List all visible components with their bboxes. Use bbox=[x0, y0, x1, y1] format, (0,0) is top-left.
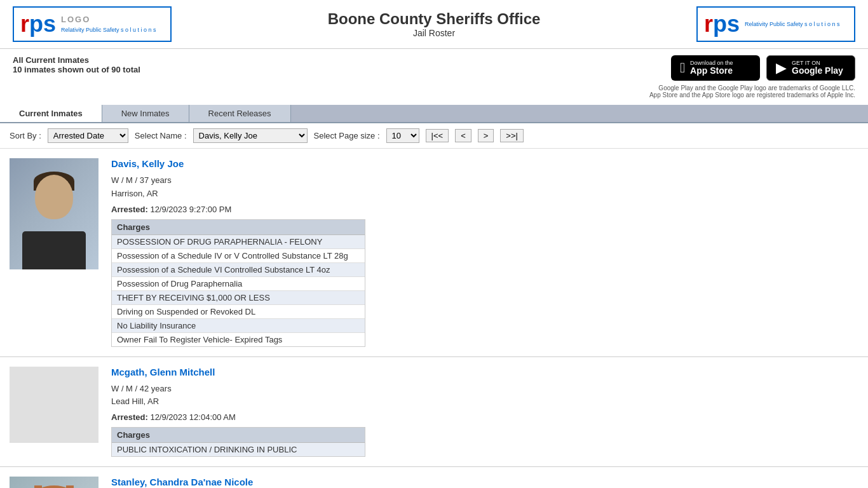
apple-icon:  bbox=[680, 60, 685, 76]
table-row: Davis, Kelly Joe W / M / 37 yearsHarriso… bbox=[0, 149, 868, 357]
inmate-count: 10 inmates shown out of 90 total bbox=[13, 65, 140, 74]
app-badges-block:  Download on the App Store ▶ GET IT ON … bbox=[649, 55, 855, 98]
logo-subtitle-left: LOGO Relativity Public Safety s o l u t … bbox=[61, 15, 156, 34]
charge-row: Possession of a Schedule IV or V Control… bbox=[112, 249, 365, 263]
table-row: Mcgath, Glenn Mitchell W / M / 42 yearsL… bbox=[0, 357, 868, 468]
last-page-button[interactable]: >>| bbox=[500, 129, 524, 142]
page-size-label: Select Page size : bbox=[314, 131, 380, 140]
header-title-block: Boone County Sheriffs Office Jail Roster bbox=[328, 10, 541, 38]
tab-current-inmates[interactable]: Current Inmates bbox=[0, 105, 102, 122]
sort-by-label: Sort By : bbox=[10, 131, 41, 140]
page-title: Boone County Sheriffs Office bbox=[328, 10, 541, 28]
charge-row: Possession of Drug Paraphernalia bbox=[112, 277, 365, 291]
app-store-badge[interactable]:  Download on the App Store bbox=[671, 55, 760, 81]
table-row: Stanley, Chandra Da'nae Nicole W / F / 3… bbox=[0, 467, 868, 488]
logo-right: rps Relativity Public Safety s o l u t i… bbox=[696, 6, 855, 42]
inmate-demographics: W / M / 42 yearsLead Hill, AR bbox=[111, 383, 858, 409]
logo-rps-text-right: rps bbox=[704, 11, 740, 37]
charges-table: Charges PUBLIC INTOXICATION / DRINKING I… bbox=[111, 427, 365, 457]
tab-new-inmates[interactable]: New Inmates bbox=[102, 105, 189, 122]
charge-row: Owner Fail To Register Vehicle- Expired … bbox=[112, 333, 365, 346]
page-size-select[interactable]: 10 25 50 100 bbox=[386, 128, 419, 143]
tab-recent-releases[interactable]: Recent Releases bbox=[189, 105, 291, 122]
badge-row:  Download on the App Store ▶ GET IT ON … bbox=[671, 55, 855, 81]
charge-row: Possession of a Schedule VI Controlled S… bbox=[112, 263, 365, 277]
inmate-name[interactable]: Davis, Kelly Joe bbox=[111, 158, 858, 169]
charge-row: No Liability Insurance bbox=[112, 319, 365, 333]
google-play-text: GET IT ON Google Play bbox=[792, 60, 843, 76]
inmate-list: Davis, Kelly Joe W / M / 37 yearsHarriso… bbox=[0, 149, 868, 488]
logo-rps-text-left: rps bbox=[20, 11, 56, 37]
nav-tabs: Current Inmates New Inmates Recent Relea… bbox=[0, 105, 868, 123]
google-play-badge[interactable]: ▶ GET IT ON Google Play bbox=[766, 55, 855, 81]
controls-bar: Sort By : Arrested Date Name Booking Num… bbox=[0, 123, 868, 149]
inmate-photo-placeholder bbox=[10, 367, 98, 443]
inmate-demographics: W / M / 37 yearsHarrison, AR bbox=[111, 174, 858, 201]
all-current-label: All Current Inmates bbox=[13, 55, 140, 65]
page-header: rps LOGO Relativity Public Safety s o l … bbox=[0, 0, 868, 49]
charge-row: THEFT BY RECEIVING $1,000 OR LESS bbox=[112, 291, 365, 305]
google-play-icon: ▶ bbox=[776, 60, 787, 76]
inmate-arrested: Arrested: 12/9/2023 12:04:00 AM bbox=[111, 412, 858, 422]
inmate-details-block: Mcgath, Glenn Mitchell W / M / 42 yearsL… bbox=[111, 367, 858, 458]
inmate-photo bbox=[10, 158, 98, 269]
next-page-button[interactable]: > bbox=[478, 129, 494, 142]
inmate-arrested: Arrested: 12/9/2023 9:27:00 PM bbox=[111, 205, 858, 214]
charge-row: Driving on Suspended or Revoked DL bbox=[112, 305, 365, 319]
charges-header: Charges bbox=[112, 220, 365, 235]
prev-page-button[interactable]: < bbox=[455, 129, 471, 142]
page-subtitle: Jail Roster bbox=[328, 28, 541, 38]
app-store-text: Download on the App Store bbox=[690, 60, 733, 76]
inmate-details-block: Davis, Kelly Joe W / M / 37 yearsHarriso… bbox=[111, 158, 858, 347]
first-page-button[interactable]: |<< bbox=[426, 129, 449, 142]
logo-subtitle-right: Relativity Public Safety s o l u t i o n… bbox=[745, 20, 840, 29]
charge-row: POSSESSION OF DRUG PARAPHERNALIA - FELON… bbox=[112, 235, 365, 249]
inmate-name[interactable]: Stanley, Chandra Da'nae Nicole bbox=[111, 477, 858, 487]
charges-table: Charges POSSESSION OF DRUG PARAPHERNALIA… bbox=[111, 219, 365, 347]
charges-header: Charges bbox=[112, 428, 365, 443]
sub-header: All Current Inmates 10 inmates shown out… bbox=[0, 49, 868, 105]
sort-by-select[interactable]: Arrested Date Name Booking Number bbox=[48, 128, 128, 143]
inmate-count-block: All Current Inmates 10 inmates shown out… bbox=[13, 55, 140, 74]
inmate-photo bbox=[10, 477, 98, 488]
inmate-name[interactable]: Mcgath, Glenn Mitchell bbox=[111, 367, 858, 377]
inmate-details-block: Stanley, Chandra Da'nae Nicole W / F / 3… bbox=[111, 477, 858, 488]
select-name-label: Select Name : bbox=[135, 131, 187, 140]
logo-left: rps LOGO Relativity Public Safety s o l … bbox=[13, 6, 172, 42]
trademark-text: Google Play and the Google Play logo are… bbox=[649, 85, 855, 98]
name-select[interactable]: Davis, Kelly Joe Mcgath, Glenn Mitchell … bbox=[193, 128, 308, 143]
charge-row: PUBLIC INTOXICATION / DRINKING IN PUBLIC bbox=[112, 443, 365, 456]
